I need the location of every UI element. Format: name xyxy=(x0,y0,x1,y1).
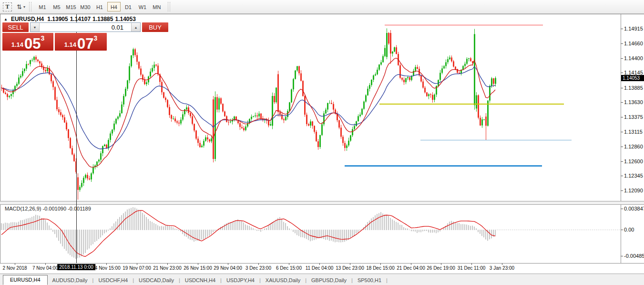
price-axis[interactable] xyxy=(621,14,644,263)
sell-button[interactable]: SELL xyxy=(2,22,29,32)
timeframe-button-d1[interactable]: D1 xyxy=(122,2,135,11)
tab-usdcad-daily[interactable]: USDCAD,Daily xyxy=(134,276,179,285)
ohlc-high: 1.14107 xyxy=(70,16,91,22)
tab-usdjpy-h4[interactable]: USDJPY,H4 xyxy=(222,276,259,285)
price-axis-tick xyxy=(621,147,623,147)
time-axis-label: 18 Dec 15:00 xyxy=(366,265,395,271)
text-tool-button[interactable]: T xyxy=(3,2,12,11)
text-tool-icon: T xyxy=(5,3,9,11)
time-axis-label: 11 Dec 04:00 xyxy=(306,265,334,271)
time-axis-label: 6 Dec 15:00 xyxy=(276,265,302,271)
macd-axis-label: 0.003847 xyxy=(624,206,644,211)
tab-xauusd-daily[interactable]: XAUUSD,Daily xyxy=(261,276,305,285)
time-axis-label: 29 Nov 04:00 xyxy=(214,265,242,271)
buy-price-big: 07 xyxy=(77,37,93,51)
sell-button-label: SELL xyxy=(8,24,23,31)
time-axis-tick xyxy=(167,263,168,265)
sell-price-sup: 3 xyxy=(41,34,45,42)
chevron-down-icon: ▾ xyxy=(23,5,25,9)
price-axis-label: 1.13885 xyxy=(624,85,643,91)
volume-decrease-button[interactable]: ▼ xyxy=(31,23,40,32)
price-axis-label: 1.12860 xyxy=(624,144,643,149)
price-axis-tick xyxy=(621,102,623,103)
price-axis-label: 1.14915 xyxy=(624,26,643,32)
price-axis-label: 1.13115 xyxy=(624,129,643,135)
time-axis-tick xyxy=(137,263,137,265)
price-axis-label: 1.13375 xyxy=(624,115,643,120)
sell-price-prefix: 1.14 xyxy=(11,41,23,48)
timeframe-button-mn[interactable]: MN xyxy=(150,2,164,11)
indicators-dropdown-button[interactable]: ⇅ ▾ xyxy=(12,1,25,12)
macd-axis-tick xyxy=(621,256,623,256)
timeframe-button-m5[interactable]: M5 xyxy=(50,2,63,11)
time-axis-tick xyxy=(289,263,289,265)
time-axis-tick xyxy=(471,263,472,265)
timeframe-button-m15[interactable]: M15 xyxy=(64,2,78,11)
symbol-label: EURUSD,H4 xyxy=(11,16,44,22)
time-axis-tick xyxy=(441,263,441,265)
volume-input[interactable] xyxy=(40,23,131,32)
price-axis-tick xyxy=(621,73,623,73)
time-axis-label: 26 Dec 19:00 xyxy=(427,265,455,271)
one-click-trading-widget: SELL ▼ ▲ BUY 1.14 05 3 1.14 07 3 xyxy=(2,22,108,51)
time-axis-tick xyxy=(380,263,381,265)
time-axis-label: 3 Dec 23:00 xyxy=(245,265,271,271)
time-axis-label: 31 Dec 11:00 xyxy=(458,265,486,271)
time-axis-tick xyxy=(15,263,15,265)
price-axis-tick xyxy=(621,43,623,44)
price-axis-label: 1.12090 xyxy=(624,188,643,193)
price-axis-tick xyxy=(621,29,623,29)
price-axis-tick xyxy=(621,161,623,162)
price-axis-tick xyxy=(621,132,623,132)
crosshair-date-badge: 2018.11.13 0:00 xyxy=(57,264,95,270)
collapse-icon[interactable]: ▲ xyxy=(4,17,8,21)
time-axis-label: 3 Jan 23:00 xyxy=(490,265,514,271)
timeframe-button-h1[interactable]: H1 xyxy=(93,2,106,11)
buy-price-panel[interactable]: 1.14 07 3 xyxy=(55,33,107,51)
time-axis-tick xyxy=(350,263,350,265)
price-axis-label: 1.12600 xyxy=(624,159,643,164)
macd-axis-tick xyxy=(621,209,623,209)
sell-price-panel[interactable]: 1.14 05 3 xyxy=(2,33,53,51)
macd-indicator-label: MACD(12,26,9) -0.001090 -0.001189 xyxy=(5,206,91,211)
tab-sp500-h1[interactable]: SP500,H1 xyxy=(353,276,386,285)
timeframe-button-w1[interactable]: W1 xyxy=(136,2,149,11)
tab-usdcnh-h4[interactable]: USDCNH,H4 xyxy=(180,276,220,285)
time-axis-tick xyxy=(319,263,320,265)
ohlc-open: 1.13905 xyxy=(47,16,68,22)
time-axis-tick xyxy=(411,263,411,265)
toolbar-grip-2[interactable] xyxy=(168,2,170,11)
tab-separator: | xyxy=(386,277,388,285)
time-axis-label: 26 Nov 15:00 xyxy=(184,265,212,271)
panel-splitter[interactable] xyxy=(0,201,644,205)
timeframe-group: M1M5M15M30H1H4D1W1MN xyxy=(35,2,164,11)
toolbar-grip[interactable] xyxy=(29,2,31,11)
time-axis-label: 7 Nov 04:00 xyxy=(32,265,58,271)
timeframe-button-h4[interactable]: H4 xyxy=(107,2,121,11)
price-axis-label: 1.13630 xyxy=(624,100,643,105)
buy-price-sup: 3 xyxy=(94,34,98,42)
tab-usdchf-h4[interactable]: USDCHF,H4 xyxy=(93,276,133,285)
tab-eurusd-h4[interactable]: EURUSD,H4 xyxy=(3,275,48,285)
time-axis-label: 21 Dec 04:00 xyxy=(397,265,425,271)
time-axis-tick xyxy=(198,263,198,265)
buy-button[interactable]: BUY xyxy=(142,22,168,32)
sell-price-big: 05 xyxy=(24,37,41,51)
time-axis-label: 2 Nov 2018 xyxy=(2,265,27,271)
ohlc-close: 1.14053 xyxy=(115,16,135,22)
chart-tabs-bar: EURUSD,H4AUDUSD,Daily|USDCHF,H4|USDCAD,D… xyxy=(0,274,644,285)
current-price-badge: 1.14053 xyxy=(621,75,644,81)
tab-gbpusd-daily[interactable]: GBPUSD,Daily xyxy=(307,276,351,285)
time-axis-label: 21 Nov 23:00 xyxy=(153,265,182,271)
price-axis-tick xyxy=(621,58,623,59)
macd-plot-area[interactable] xyxy=(0,205,621,263)
time-axis-label: 13 Dec 23:00 xyxy=(336,265,364,271)
volume-increase-button[interactable]: ▲ xyxy=(131,23,140,32)
time-axis-tick xyxy=(228,263,228,265)
toolbar: T ⇅ ▾ M1M5M15M30H1H4D1W1MN xyxy=(0,0,644,14)
timeframe-button-m30[interactable]: M30 xyxy=(79,2,92,11)
timeframe-button-m1[interactable]: M1 xyxy=(36,2,49,11)
ohlc-low: 1.13885 xyxy=(92,16,113,22)
tab-audusd-daily[interactable]: AUDUSD,Daily xyxy=(48,276,92,285)
price-axis-tick xyxy=(621,176,623,176)
